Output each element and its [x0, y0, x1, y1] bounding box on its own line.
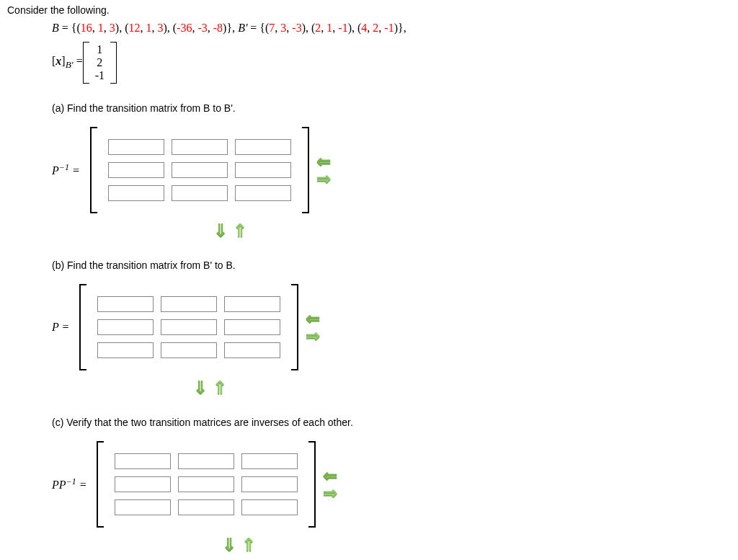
matrix-a-cell[interactable] [108, 139, 164, 155]
remove-col-icon[interactable]: ⇐ [316, 155, 331, 168]
col-arrows-c[interactable]: ⇐ ⇒ [323, 469, 337, 499]
matrix-b [79, 284, 298, 370]
x-b-prime-row: [x]B' = 1 2 -1 [52, 42, 731, 84]
p-label: P = [52, 321, 69, 334]
matrix-b-cell[interactable] [224, 319, 280, 335]
matrix-a-cell[interactable] [172, 139, 228, 155]
col-arrows-a[interactable]: ⇐ ⇒ [316, 155, 331, 185]
matrix-a-cell[interactable] [108, 162, 164, 178]
p-inverse-label: P−1 = [52, 162, 80, 177]
matrix-b-cell[interactable] [224, 296, 280, 312]
add-row-icon[interactable]: ⇓ [193, 378, 208, 397]
matrix-b-cell[interactable] [97, 296, 154, 312]
matrix-c-cell[interactable] [178, 499, 234, 515]
matrix-c [97, 441, 316, 528]
remove-row-icon[interactable]: ⇑ [233, 221, 247, 240]
add-col-icon[interactable]: ⇒ [306, 329, 320, 342]
col-arrows-b[interactable]: ⇐ ⇒ [306, 312, 320, 342]
part-c-label: (c) Verify that the two transition matri… [52, 417, 731, 428]
matrix-b-cell[interactable] [161, 319, 217, 335]
matrix-c-cell[interactable] [115, 453, 171, 469]
row-arrows-c[interactable]: ⇓ ⇑ [222, 535, 731, 555]
add-col-icon[interactable]: ⇒ [316, 172, 331, 185]
matrix-c-cell[interactable] [178, 476, 234, 492]
matrix-a-cell[interactable] [235, 162, 291, 178]
matrix-c-cell[interactable] [115, 499, 171, 515]
row-arrows-b[interactable]: ⇓ ⇑ [193, 378, 731, 398]
part-b-label: (b) Find the transition matrix from B' t… [52, 259, 731, 271]
matrix-b-cell[interactable] [161, 296, 217, 312]
row-arrows-a[interactable]: ⇓ ⇑ [213, 221, 731, 241]
matrix-a-cell[interactable] [235, 139, 291, 155]
matrix-b-cell[interactable] [97, 319, 154, 335]
matrix-a-cell[interactable] [172, 162, 228, 178]
matrix-c-cell[interactable] [115, 476, 171, 492]
remove-row-icon[interactable]: ⇑ [241, 535, 256, 554]
matrix-a-cell[interactable] [172, 185, 228, 201]
matrix-c-cell[interactable] [178, 453, 234, 469]
matrix-b-cell[interactable] [161, 342, 217, 358]
intro-text: Consider the following. [7, 4, 731, 16]
matrix-c-cell[interactable] [241, 476, 298, 492]
add-row-icon[interactable]: ⇓ [213, 221, 228, 240]
add-row-icon[interactable]: ⇓ [222, 535, 236, 554]
given-sets: B = {(16, 1, 3), (12, 1, 3), (-36, -3, -… [52, 22, 731, 35]
remove-col-icon[interactable]: ⇐ [323, 469, 337, 482]
matrix-b-cell[interactable] [224, 342, 280, 358]
matrix-a-cell[interactable] [235, 185, 291, 201]
x-label: [x]B' = [52, 55, 83, 71]
part-a-answer: P−1 = ⇐ ⇒ [52, 127, 731, 213]
matrix-c-cell[interactable] [241, 453, 298, 469]
x-b-prime-matrix: 1 2 -1 [83, 42, 117, 84]
part-b-answer: P = ⇐ ⇒ [52, 284, 731, 370]
part-c-answer: PP−1 = ⇐ ⇒ [52, 441, 731, 528]
matrix-b-cell[interactable] [97, 342, 154, 358]
part-a-label: (a) Find the transition matrix from B to… [52, 102, 731, 114]
add-col-icon[interactable]: ⇒ [323, 486, 337, 499]
remove-row-icon[interactable]: ⇑ [213, 378, 227, 397]
matrix-a-cell[interactable] [108, 185, 164, 201]
remove-col-icon[interactable]: ⇐ [306, 312, 320, 325]
pp-inverse-label: PP−1 = [52, 476, 86, 492]
matrix-c-cell[interactable] [241, 499, 298, 515]
matrix-a [90, 127, 309, 213]
